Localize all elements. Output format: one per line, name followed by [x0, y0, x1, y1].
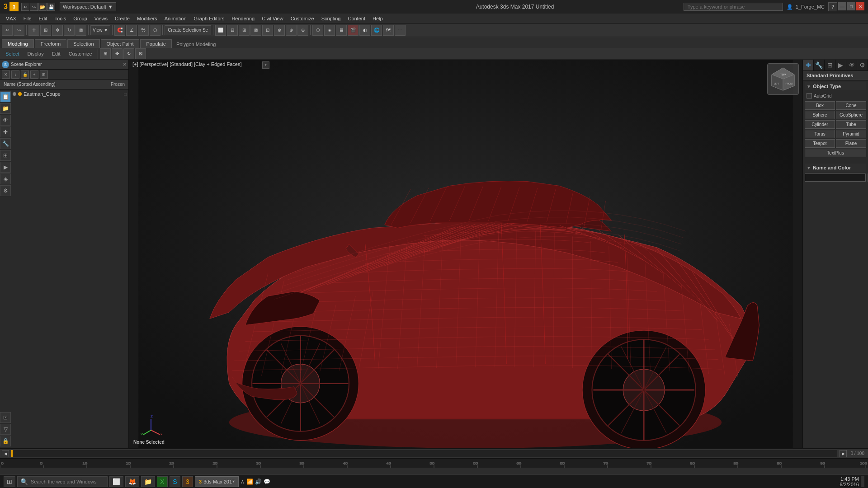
menu-graph-editors[interactable]: Graph Editors	[190, 15, 228, 22]
skype-btn[interactable]: S	[170, 476, 180, 487]
side-icon-lock2[interactable]: 🔒	[0, 436, 11, 446]
active-shade-btn[interactable]: ◐	[359, 25, 370, 36]
timeline-expand-right[interactable]: ▶	[840, 450, 847, 457]
menu-animation[interactable]: Animation	[161, 15, 190, 22]
redo-btn[interactable]: ↪	[14, 25, 24, 36]
rp-tab-motion[interactable]: ▶	[835, 60, 846, 70]
viewport-nav-cube[interactable]: TOP LEFT FRONT	[767, 63, 799, 95]
more-tools-btn[interactable]: ⋯	[395, 25, 406, 36]
quick-access-undo[interactable]: ↩	[21, 3, 29, 11]
quick-access-save[interactable]: 💾	[47, 3, 55, 11]
sub-btn-2[interactable]: ✥	[112, 48, 123, 59]
lock-btn[interactable]: 🔒	[21, 70, 29, 79]
edit-tab[interactable]: Edit	[48, 50, 64, 57]
taskbar-network-icon[interactable]: 📶	[246, 479, 253, 485]
menu-civil-view[interactable]: Civil View	[258, 15, 287, 22]
scale-btn[interactable]: ⊠	[75, 25, 86, 36]
rp-tab-utilities[interactable]: ⚙	[857, 60, 868, 70]
show-desktop-btn[interactable]	[861, 476, 864, 487]
menu-tools[interactable]: Tools	[51, 15, 70, 22]
env-effects-btn[interactable]: 🌐	[371, 25, 382, 36]
name-input-field[interactable]	[805, 174, 866, 182]
render-frame-btn[interactable]: 🎬	[348, 25, 359, 36]
excel-btn[interactable]: X	[157, 476, 168, 487]
prim-btn-torus[interactable]: Torus	[805, 130, 835, 138]
menu-help[interactable]: Help	[369, 15, 387, 22]
menu-edit[interactable]: Edit	[35, 15, 51, 22]
create-selection-btn[interactable]: Create Selection Se	[165, 25, 211, 35]
menu-group[interactable]: Group	[70, 15, 91, 22]
firefox-btn[interactable]: 🦊	[125, 476, 139, 487]
menu-scripting[interactable]: Scripting	[318, 15, 344, 22]
menu-customize[interactable]: Customize	[287, 15, 318, 22]
filter-btn[interactable]: ✕	[2, 70, 10, 79]
select-obj-btn[interactable]: ✛	[28, 25, 39, 36]
side-icon-hierarchy[interactable]: ⊞	[0, 150, 11, 161]
viewport[interactable]: [+] [Perspective] [Standard] [Clay + Edg…	[129, 60, 802, 448]
sub-btn-3[interactable]: ↻	[123, 48, 134, 59]
prim-btn-cylinder[interactable]: Cylinder	[805, 120, 835, 129]
restore-btn[interactable]: □	[847, 2, 855, 10]
material-editor-btn[interactable]: ◈	[324, 25, 335, 36]
move-btn[interactable]: ✥	[52, 25, 63, 36]
tab-modeling[interactable]: Modeling	[2, 39, 34, 48]
taskbar-time-area[interactable]: 1:43 PM 6/2/2016	[840, 476, 859, 487]
menu-create[interactable]: Create	[111, 15, 133, 22]
side-icon-display2[interactable]: ◈	[0, 174, 11, 184]
select-tab[interactable]: Select	[2, 50, 23, 57]
spinner-snap[interactable]: ⬡	[150, 25, 160, 36]
prim-btn-cone[interactable]: Cone	[836, 101, 866, 110]
align-btn[interactable]: ⊟	[227, 25, 238, 36]
percent-snap[interactable]: %	[138, 25, 149, 36]
tab-selection[interactable]: Selection	[67, 39, 99, 48]
panel-close-btn[interactable]: ✕	[123, 61, 127, 67]
tab-object-paint[interactable]: Object Paint	[101, 39, 140, 48]
timeline-playhead[interactable]	[11, 450, 13, 457]
undo-btn[interactable]: ↩	[2, 25, 13, 36]
array-btn[interactable]: ⊞	[239, 25, 250, 36]
rp-tab-create[interactable]: ✚	[803, 60, 814, 70]
minimize-btn[interactable]: —	[838, 2, 846, 10]
rp-tab-display[interactable]: 👁	[846, 60, 857, 70]
tab-freeform[interactable]: Freeform	[35, 39, 67, 48]
quick-access-open[interactable]: 📂	[38, 3, 47, 11]
expand-btn[interactable]: +	[30, 70, 38, 79]
quick-align-btn[interactable]: ⊠	[250, 25, 261, 36]
mirror-btn[interactable]: ⬜	[215, 25, 226, 36]
vp-expand-btn[interactable]: +	[262, 61, 269, 69]
start-btn[interactable]: ⊞	[4, 476, 15, 487]
3dsmax-taskbar-btn[interactable]: 3	[182, 476, 193, 487]
side-icon-modify[interactable]: 🔧	[0, 138, 11, 149]
prim-btn-textplus[interactable]: TextPlus	[805, 149, 866, 157]
tab-populate[interactable]: Populate	[140, 39, 171, 48]
quick-access-redo[interactable]: ↪	[30, 3, 38, 11]
customize-tab[interactable]: Customize	[65, 50, 96, 57]
snap-toggle[interactable]: 🧲	[114, 25, 125, 36]
scene-object-row[interactable]: Eastman_Coupe □	[11, 89, 128, 99]
place-highlight-btn[interactable]: ⊛	[274, 25, 285, 36]
autogrid-checkbox[interactable]	[807, 93, 812, 99]
render-map-btn[interactable]: 🗺	[383, 25, 394, 36]
menu-modifiers[interactable]: Modifiers	[133, 15, 161, 22]
workspace-dropdown[interactable]: Workspace: Default▼	[60, 2, 116, 11]
align-view-btn[interactable]: ⊖	[297, 25, 308, 36]
close-btn[interactable]: ✕	[856, 2, 864, 10]
taskbar-notification-icon[interactable]: 💬	[264, 479, 270, 485]
taskbar-active-app[interactable]: 3 3ds Max 2017	[195, 476, 239, 487]
name-color-header[interactable]: ▼ Name and Color	[805, 164, 866, 172]
align-camera-btn[interactable]: ⊕	[286, 25, 297, 36]
prim-btn-teapot[interactable]: Teapot	[805, 139, 835, 148]
sub-btn-1[interactable]: ⊞	[100, 48, 111, 59]
search-input[interactable]	[684, 3, 783, 11]
menu-views[interactable]: Views	[91, 15, 111, 22]
menu-content[interactable]: Content	[344, 15, 369, 22]
menu-rendering[interactable]: Rendering	[228, 15, 258, 22]
prim-btn-geosphere[interactable]: GeoSphere	[836, 111, 866, 119]
normal-align-btn[interactable]: ⊡	[262, 25, 273, 36]
side-icon-utilities[interactable]: ⚙	[0, 185, 11, 196]
display-tab[interactable]: Display	[24, 50, 47, 57]
help-btn[interactable]: ?	[828, 2, 837, 11]
search-btn[interactable]: 🔍 Search the web and Windows	[17, 476, 108, 487]
rp-tab-hierarchy[interactable]: ⊞	[825, 60, 835, 70]
side-icon-filter[interactable]: ⊡	[0, 412, 11, 423]
